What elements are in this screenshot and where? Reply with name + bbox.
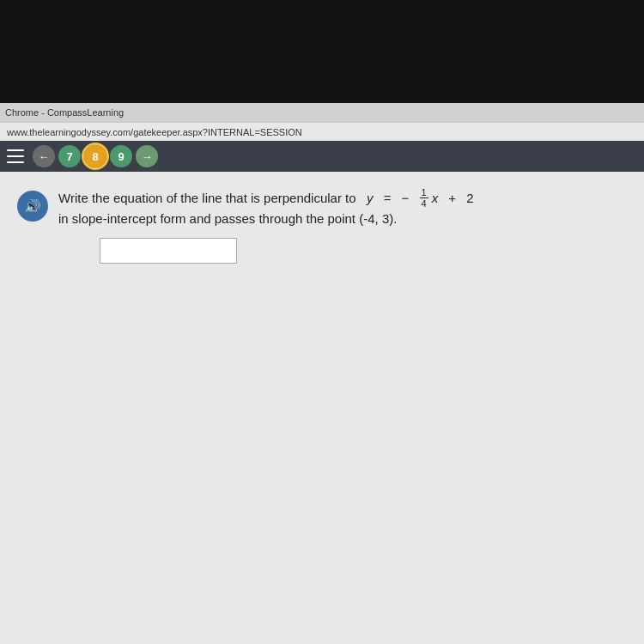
eq-constant: 2 [466,188,473,209]
nav-forward-button[interactable]: → [136,145,158,167]
nav-toolbar: ← 7 8 9 → [0,141,644,172]
step-8-label: 8 [92,150,98,163]
step-9-label: 9 [118,150,124,163]
address-text: www.thelearningodyssey.com/gatekeeper.as… [7,127,302,137]
nav-step-8-button[interactable]: 8 [84,145,106,167]
step-7-label: 7 [66,150,72,163]
audio-button[interactable]: 🔊 [17,191,48,222]
top-black-bar [0,0,644,103]
tab-bar: Chrome - CompassLearning [0,103,644,122]
menu-line-1 [7,149,24,151]
nav-step-9-button[interactable]: 9 [110,145,132,167]
content-area: 🔊 Write the equation of the line that is… [0,172,644,644]
eq-minus: − [402,188,410,209]
question-text-part2: in slope-intercept form and passes throu… [58,209,474,229]
eq-fraction-denominator: 4 [420,198,428,209]
question-text: Write the equation of the line that is p… [58,187,474,209]
eq-plus: + [448,188,456,209]
menu-icon[interactable] [7,149,24,163]
question-text-part1: Write the equation of the line that is p… [58,191,356,205]
answer-box-container [100,238,474,264]
answer-input[interactable] [100,238,237,264]
menu-line-2 [7,155,24,157]
address-bar[interactable]: www.thelearningodyssey.com/gatekeeper.as… [0,122,644,141]
question-text-part2-content: in slope-intercept form and passes throu… [58,211,397,226]
question-container: Write the equation of the line that is p… [58,187,474,264]
audio-icon: 🔊 [24,198,41,215]
eq-fraction-numerator: 1 [420,187,428,198]
tab-label: Chrome - CompassLearning [5,107,124,118]
math-equation: y = − 1 4 x + 2 [360,187,474,209]
menu-line-3 [7,161,24,163]
question-row: 🔊 Write the equation of the line that is… [17,187,627,264]
back-arrow-icon: ← [39,150,50,163]
screen: Chrome - CompassLearning www.thelearning… [0,0,644,644]
forward-arrow-icon: → [142,150,153,163]
nav-step-7-button[interactable]: 7 [58,145,81,167]
eq-equals: = [384,188,392,209]
eq-x: x [432,188,439,209]
nav-back-button[interactable]: ← [33,145,55,167]
eq-y: y [367,188,374,209]
eq-fraction: 1 4 [420,187,428,209]
